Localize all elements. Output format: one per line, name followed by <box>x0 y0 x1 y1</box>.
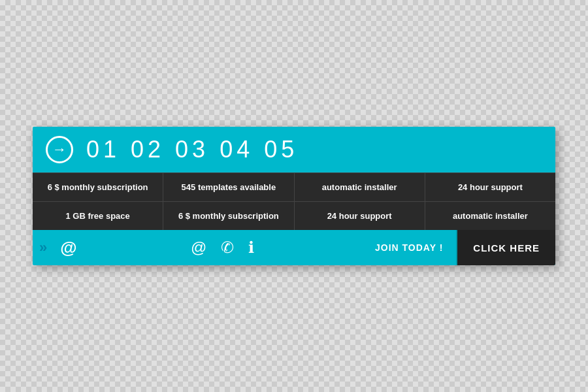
double-arrow-icon: » <box>39 239 47 256</box>
footer-arrows: » <box>33 239 54 256</box>
info-row-2: 1 GB free space 6 $ monthly subscription… <box>33 201 555 230</box>
footer-at-icon: @ <box>191 238 206 257</box>
footer-icons: @ ✆ ℹ <box>84 238 362 257</box>
info-cell-2-4: automatic installer <box>425 202 555 230</box>
info-row-1: 6 $ monthly subscription 545 templates a… <box>33 172 555 201</box>
info-cell-2-1: 1 GB free space <box>33 202 163 230</box>
info-cell-1-2: 545 templates available <box>163 173 294 201</box>
footer-at-icon-left: @ <box>54 238 83 258</box>
arrow-icon: → <box>52 142 67 157</box>
info-cell-1-4: 24 hour support <box>425 173 555 201</box>
click-here-button[interactable]: CLICK HERE <box>457 230 555 265</box>
header-row: → 01 02 03 04 05 <box>33 127 555 172</box>
step-numbers: 01 02 03 04 05 <box>86 136 298 163</box>
info-cell-2-2: 6 $ monthly subscription <box>163 202 294 230</box>
info-cell-1-1: 6 $ monthly subscription <box>33 173 163 201</box>
arrow-circle: → <box>46 136 73 163</box>
footer-row: » @ @ ✆ ℹ JOIN TODAY ! CLICK HERE <box>33 230 555 265</box>
promo-widget: → 01 02 03 04 05 6 $ monthly subscriptio… <box>33 127 555 265</box>
footer-cta-area: JOIN TODAY ! CLICK HERE <box>362 230 555 265</box>
info-cell-1-3: automatic installer <box>295 173 425 201</box>
footer-info-icon: ℹ <box>248 238 254 257</box>
footer-phone-icon: ✆ <box>221 238 234 257</box>
join-today-label: JOIN TODAY ! <box>362 230 457 265</box>
info-cell-2-3: 24 hour support <box>295 202 425 230</box>
